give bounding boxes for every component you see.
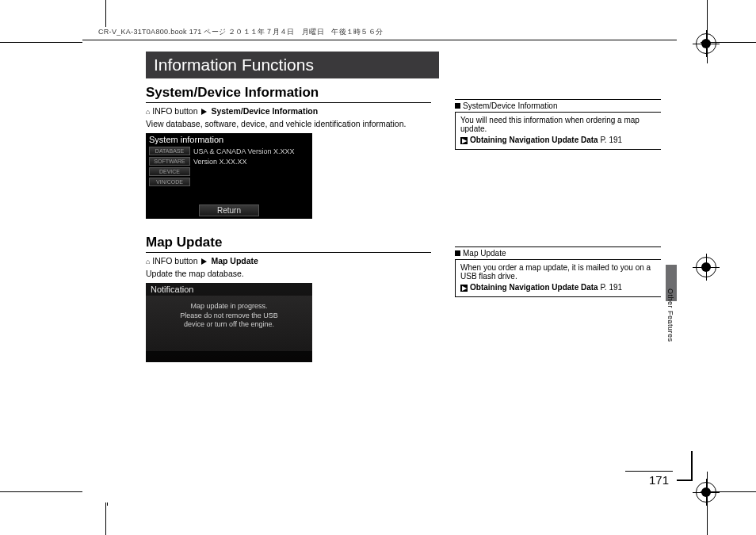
sidebox-text: When you order a map update, it is maile… bbox=[460, 263, 656, 281]
info-icon: ⌂ bbox=[146, 108, 150, 116]
screen-button: DATABASE bbox=[149, 147, 190, 155]
square-icon bbox=[455, 103, 460, 109]
screen-button: DEVICE bbox=[149, 167, 190, 176]
screen-title: System information bbox=[146, 133, 312, 146]
breadcrumb-target: Map Update bbox=[211, 256, 258, 266]
square-icon bbox=[455, 250, 460, 256]
sidebox-heading: Map Update bbox=[455, 246, 661, 260]
sidebox-link: Obtaining Navigation Update Data bbox=[470, 283, 598, 292]
sidebox-page-ref: P. 191 bbox=[600, 283, 622, 292]
screen-value: USA & CANADA Version X.XXX bbox=[193, 147, 295, 155]
page-number: 171 bbox=[649, 473, 669, 487]
section-title-system-device: System/Device Information bbox=[146, 85, 431, 103]
sidebox-page-ref: P. 191 bbox=[600, 136, 622, 144]
sidebox-body: You will need this information when orde… bbox=[455, 113, 661, 150]
sidebox-body: When you order a map update, it is maile… bbox=[455, 260, 661, 297]
breadcrumb-system-device: ⌂ INFO button System/Device Information bbox=[146, 106, 431, 116]
sidebox-heading: System/Device Information bbox=[455, 99, 661, 113]
chevron-right-icon bbox=[201, 109, 207, 115]
book-header-line: CR-V_KA-31T0A800.book 171 ページ ２０１１年７月４日 … bbox=[82, 27, 677, 40]
section-description: View database, software, device, and veh… bbox=[146, 119, 431, 128]
screen-msg-line: Please do not remove the USB bbox=[155, 311, 303, 321]
screen-msg-line: device or turn off the engine. bbox=[155, 320, 303, 330]
document-page: CR-V_KA-31T0A800.book 171 ページ ２０１１年７月４日 … bbox=[82, 27, 677, 503]
chevron-right-icon bbox=[201, 258, 207, 265]
sidebox-text: You will need this information when orde… bbox=[460, 116, 656, 133]
section-description: Update the map database. bbox=[146, 269, 431, 278]
section-tab-label: Other Features bbox=[666, 289, 674, 342]
breadcrumb-target: System/Device Information bbox=[211, 106, 318, 116]
side-column: System/Device Information You will need … bbox=[455, 78, 661, 362]
section-title-map-update: Map Update bbox=[146, 235, 431, 253]
return-button: Return bbox=[199, 204, 259, 216]
chapter-banner: Information Functions bbox=[146, 52, 439, 78]
screen-button: VIN/CODE bbox=[149, 178, 190, 186]
breadcrumb-prefix: INFO button bbox=[152, 256, 197, 266]
sidebox-link: Obtaining Navigation Update Data bbox=[470, 136, 598, 144]
breadcrumb-prefix: INFO button bbox=[152, 106, 197, 116]
main-column: System/Device Information ⌂ INFO button … bbox=[146, 78, 431, 362]
breadcrumb-map-update: ⌂ INFO button Map Update bbox=[146, 256, 431, 266]
notification-screenshot: Notification Map update in progress. Ple… bbox=[146, 283, 312, 362]
screen-msg-line: Map update in progress. bbox=[155, 302, 303, 311]
link-icon: ▶ bbox=[460, 285, 468, 292]
screen-value: Version X.XX.XX bbox=[193, 158, 247, 166]
link-icon: ▶ bbox=[460, 137, 468, 144]
system-info-screenshot: System information DATABASE USA & CANADA… bbox=[146, 133, 312, 219]
info-icon: ⌂ bbox=[146, 258, 150, 266]
screen-title: Notification bbox=[146, 283, 312, 296]
screen-button: SOFTWARE bbox=[149, 157, 190, 166]
